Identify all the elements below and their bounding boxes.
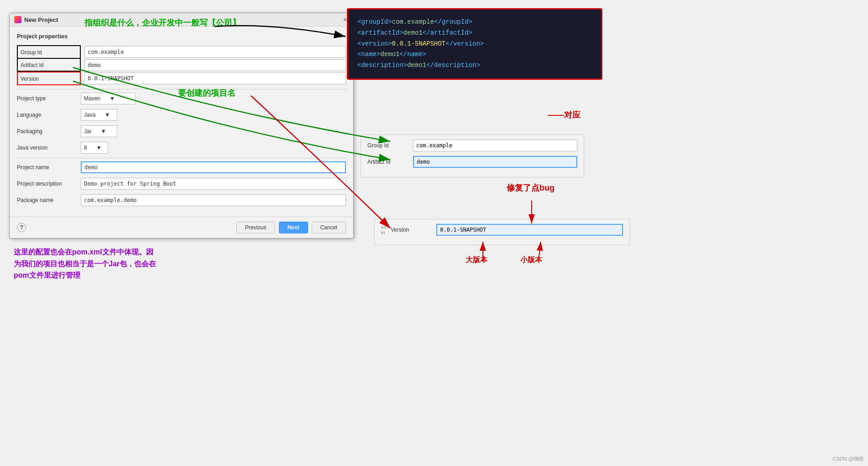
code-line-3: <version>0.0.1-SNAPSHOT</version> [357, 39, 592, 50]
major-version-label: 大版本 [465, 255, 487, 265]
dropdown-arrow-pkg: ▼ [101, 128, 106, 135]
snippet-artifact-id-label: Artifact Id [367, 159, 413, 165]
snippet-dialog-2: emin Version [374, 219, 630, 245]
dropdown-arrow-lang: ▼ [105, 112, 110, 118]
code-line-2: <artifactId>demo1</artifactId> [357, 28, 592, 39]
language-label: Language [17, 112, 81, 118]
dialog-title: New Project [14, 16, 58, 23]
group-id-input[interactable] [84, 46, 346, 58]
java-version-label: Java version [17, 145, 81, 151]
snippet-version-row: emin Version [381, 224, 623, 236]
project-type-value: Maven [84, 95, 100, 102]
new-project-dialog: New Project × Project properties Group I… [9, 13, 354, 238]
snippet-artifact-id-row: Artifact Id [367, 156, 577, 168]
project-name-annotation: 要创建的项目名 [178, 88, 235, 98]
fix-bug-label: 修复了点bug [507, 182, 554, 193]
version-input[interactable] [84, 72, 346, 84]
org-annotation: 指组织是什么，企业开发中一般写【公司】 [84, 17, 241, 28]
dropdown-arrow-jv: ▼ [96, 145, 102, 151]
group-id-row: Group Id [17, 45, 346, 59]
chinese-text-block: 这里的配置也会在pom.xml文件中体现。因为我们的项目也相当于是一个Jar包，… [14, 246, 160, 281]
project-description-input[interactable] [81, 178, 346, 190]
project-description-row: Project description [17, 177, 346, 190]
java-version-row: Java version 8 ▼ [17, 141, 346, 154]
code-line-1: <groupId>com.example</groupId> [357, 17, 592, 28]
packaging-row: Packaging Jar ▼ [17, 125, 346, 138]
snippet-version-input[interactable] [436, 224, 623, 236]
java-version-select[interactable]: 8 ▼ [81, 142, 108, 154]
code-line-4: <name>demo1</name> [357, 49, 592, 60]
project-name-input[interactable] [81, 161, 346, 173]
csdn-watermark: CSDN @哦嗯 [833, 456, 863, 462]
minor-version-label: 小版本 [520, 255, 542, 265]
package-name-row: Package name [17, 194, 346, 207]
artifact-id-label: Artifact Id [21, 62, 44, 68]
next-button[interactable]: Next [279, 222, 308, 233]
snippet-group-id-input[interactable] [413, 140, 577, 151]
section-title: Project properties [17, 33, 346, 40]
package-name-input[interactable] [81, 194, 346, 206]
dialog-title-text: New Project [24, 16, 58, 23]
snippet-dialog-1: Group Id Artifact Id [361, 135, 584, 177]
dialog-footer: ? Previous Next Cancel [10, 217, 353, 238]
language-select[interactable]: Java ▼ [81, 109, 117, 121]
project-name-label: Project name [17, 164, 81, 171]
java-version-value: 8 [84, 145, 87, 151]
snippet-artifact-id-input[interactable] [413, 156, 577, 168]
package-name-label: Package name [17, 197, 81, 203]
packaging-value: Jar [84, 128, 92, 135]
language-row: Language Java ▼ [17, 109, 346, 121]
language-value: Java [84, 112, 95, 118]
dialog-body: Project properties Group Id Artifact Id … [10, 26, 353, 217]
packaging-label: Packaging [17, 128, 81, 135]
version-row: Version [17, 72, 346, 85]
version-label: Version [21, 76, 39, 82]
artifact-id-input[interactable] [84, 59, 346, 71]
project-type-label: Project type [17, 95, 81, 102]
help-button[interactable]: ? [17, 223, 26, 232]
packaging-select[interactable]: Jar ▼ [81, 125, 117, 137]
artifact-id-row: Artifact Id [17, 59, 346, 72]
dropdown-arrow: ▼ [110, 95, 115, 102]
cancel-button[interactable]: Cancel [312, 222, 346, 233]
snippet-group-id-label: Group Id [367, 142, 413, 149]
snippet-version-label: Version [391, 227, 436, 233]
correspondence-label: ——对应 [548, 109, 580, 120]
snippet-group-id-row: Group Id [367, 140, 577, 151]
previous-button[interactable]: Previous [236, 222, 275, 233]
project-description-label: Project description [17, 181, 81, 187]
project-name-row: Project name [17, 161, 346, 174]
code-panel: <groupId>com.example</groupId> <artifact… [347, 8, 602, 80]
project-type-select[interactable]: Maven ▼ [81, 93, 136, 104]
code-line-5: <description>demo1</description> [357, 60, 592, 71]
intellij-icon [14, 16, 21, 23]
group-id-label: Group Id [21, 49, 42, 56]
